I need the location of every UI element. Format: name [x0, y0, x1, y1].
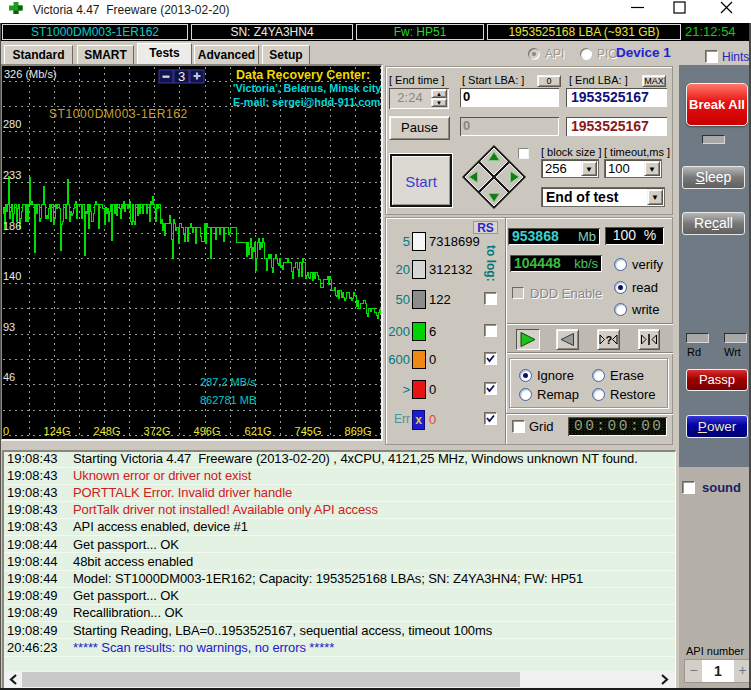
svg-text:?: ? [606, 334, 613, 346]
svg-text:93: 93 [3, 321, 15, 333]
svg-text:280: 280 [3, 118, 21, 130]
svg-text:E-mail: sergei@hdd-911.com: E-mail: sergei@hdd-911.com [233, 96, 380, 108]
svg-text:248G: 248G [94, 425, 121, 437]
svg-text:621G: 621G [245, 425, 272, 437]
svg-text:'Victoria', Belarus, Minsk cit: 'Victoria', Belarus, Minsk city [233, 82, 381, 94]
svg-text:0: 0 [3, 425, 9, 437]
svg-text:Data Recovery Center:: Data Recovery Center: [236, 68, 370, 82]
svg-text:46: 46 [3, 371, 15, 383]
svg-text:496G: 496G [194, 425, 221, 437]
svg-text:862781 MB: 862781 MB [200, 394, 256, 406]
svg-text:287,2 MB/s: 287,2 MB/s [200, 376, 256, 388]
svg-text:233: 233 [3, 169, 21, 181]
svg-text:3: 3 [178, 69, 185, 84]
svg-text:124G: 124G [44, 425, 71, 437]
svg-text:869G: 869G [345, 425, 372, 437]
svg-text:140: 140 [3, 270, 21, 282]
svg-text:ST1000DM003-1ER162: ST1000DM003-1ER162 [49, 107, 188, 121]
svg-text:186: 186 [3, 220, 21, 232]
svg-text:372G: 372G [144, 425, 171, 437]
svg-text:745G: 745G [295, 425, 322, 437]
svg-text:326 (Mb/s): 326 (Mb/s) [4, 68, 57, 80]
